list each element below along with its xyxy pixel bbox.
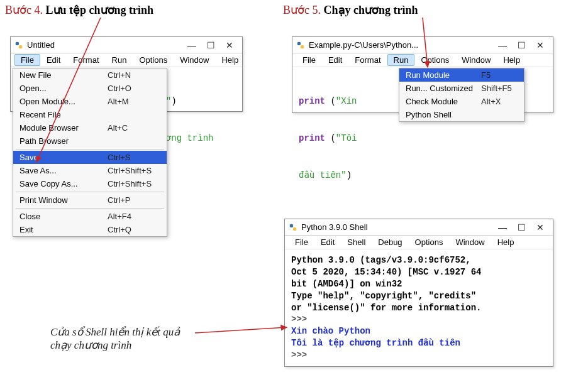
file-menu-print[interactable]: Print WindowCtrl+P (13, 193, 167, 207)
menu-file[interactable]: File (296, 54, 322, 66)
window-shell: Python 3.9.0 Shell — ☐ ✕ File Edit Shell… (284, 219, 553, 367)
menu-shell[interactable]: Shell (341, 236, 372, 248)
menu-window[interactable]: Window (449, 236, 491, 248)
step4-text: Lưu tệp chương trình (46, 4, 154, 16)
caption-step5: Bước 5. Chạy chương trình (283, 3, 418, 17)
menu-edit[interactable]: Edit (40, 54, 67, 66)
maximize-button[interactable]: ☐ (513, 39, 530, 52)
menubar: File Edit Shell Debug Options Window Hel… (285, 236, 553, 249)
file-menu-modulebrowser[interactable]: Module BrowserAlt+C (13, 121, 167, 134)
file-menu-saveas[interactable]: Save As...Ctrl+Shift+S (13, 164, 167, 177)
caption-step4: Bước 4. Lưu tệp chương trình (5, 3, 153, 17)
svg-rect-0 (16, 41, 19, 45)
step5-label: Bước 5. (283, 4, 321, 16)
file-menu-open[interactable]: Open...Ctrl+O (13, 82, 167, 95)
menu-help[interactable]: Help (497, 54, 526, 66)
menubar: File Edit Format Run Options Window Help (11, 53, 242, 67)
run-menu-runmodule[interactable]: Run ModuleF5 (399, 68, 524, 82)
menu-format[interactable]: Format (67, 54, 105, 66)
file-menu-close[interactable]: CloseAlt+F4 (13, 210, 167, 223)
separator (16, 208, 164, 209)
shell-prompt: >>> (291, 349, 547, 361)
file-menu-recent[interactable]: Recent File (13, 108, 167, 121)
run-menu-pythonshell[interactable]: Python Shell (399, 108, 524, 121)
menu-file[interactable]: File (289, 236, 314, 248)
close-button[interactable]: ✕ (531, 39, 549, 52)
titlebar[interactable]: Python 3.9.0 Shell — ☐ ✕ (285, 219, 553, 236)
window-title: Example.py-C\Users\Python... (309, 40, 418, 50)
file-menu-save[interactable]: SaveCtrl+S (13, 151, 167, 164)
menu-options[interactable]: Options (414, 54, 455, 66)
close-button[interactable]: ✕ (531, 221, 549, 234)
python-icon (289, 223, 297, 232)
svg-line-8 (195, 327, 287, 333)
menu-help[interactable]: Help (491, 236, 521, 248)
shell-output-line: Tôi là tệp chương trình đầu tiên (291, 337, 547, 349)
menu-help[interactable]: Help (215, 54, 245, 66)
minimize-button[interactable]: — (494, 39, 511, 52)
shell-note-line1: Cửa sổ Shell hiển thị kết quả (50, 325, 180, 339)
shell-note-line2: chạy chương trình (50, 339, 180, 352)
svg-rect-3 (301, 45, 304, 48)
shell-prompt: >>> (291, 313, 547, 325)
titlebar[interactable]: Untitled — ☐ ✕ (11, 37, 242, 53)
step5-text: Chạy chương trình (324, 4, 418, 16)
run-menu-checkmodule[interactable]: Check ModuleAlt+X (399, 95, 524, 108)
window-title: Python 3.9.0 Shell (301, 222, 368, 232)
separator (16, 149, 164, 150)
menu-window[interactable]: Window (455, 54, 497, 66)
python-icon (296, 41, 305, 50)
svg-rect-1 (19, 45, 22, 48)
file-dropdown: New FileCtrl+N Open...Ctrl+O Open Module… (13, 68, 167, 237)
svg-rect-5 (293, 227, 296, 231)
file-menu-openmodule[interactable]: Open Module...Alt+M (13, 95, 167, 108)
shell-line: Oct 5 2020, 15:34:40) [MSC v.1927 64 (291, 266, 547, 278)
menu-run[interactable]: Run (106, 54, 133, 66)
menu-options[interactable]: Options (409, 236, 450, 248)
shell-output-line: Xin chào Python (291, 325, 547, 337)
menu-window[interactable]: Window (174, 54, 215, 66)
menubar: File Edit Format Run Options Window Help (292, 53, 553, 67)
close-button[interactable]: ✕ (221, 39, 238, 52)
file-menu-newfile[interactable]: New FileCtrl+N (13, 68, 167, 82)
menu-edit[interactable]: Edit (314, 236, 341, 248)
minimize-button[interactable]: — (494, 221, 511, 234)
svg-rect-4 (290, 224, 293, 227)
menu-edit[interactable]: Edit (322, 54, 348, 66)
run-dropdown: Run ModuleF5 Run... CustomizedShift+F5 C… (399, 68, 524, 122)
minimize-button[interactable]: — (183, 39, 201, 52)
shell-note: Cửa sổ Shell hiển thị kết quả chạy chươn… (50, 325, 180, 352)
shell-line: bit (AMD64)] on win32 (291, 278, 547, 290)
titlebar[interactable]: Example.py-C\Users\Python... — ☐ ✕ (292, 37, 553, 53)
file-menu-exit[interactable]: ExitCtrl+Q (13, 223, 167, 236)
separator (16, 192, 164, 192)
shell-line: Python 3.9.0 (tags/v3.9.0:9cf6752, (291, 254, 547, 266)
menu-format[interactable]: Format (348, 54, 387, 66)
menu-file[interactable]: File (14, 54, 40, 66)
shell-output[interactable]: Python 3.9.0 (tags/v3.9.0:9cf6752, Oct 5… (285, 249, 553, 366)
menu-run[interactable]: Run (387, 54, 415, 66)
run-menu-runcustom[interactable]: Run... CustomizedShift+F5 (399, 82, 524, 95)
maximize-button[interactable]: ☐ (513, 221, 530, 234)
file-menu-savecopyas[interactable]: Save Copy As...Ctrl+Shift+S (13, 177, 167, 190)
python-icon (14, 41, 23, 50)
menu-options[interactable]: Options (133, 54, 174, 66)
maximize-button[interactable]: ☐ (202, 39, 219, 52)
menu-debug[interactable]: Debug (372, 236, 408, 248)
step4-label: Bước 4. (5, 4, 43, 16)
svg-rect-2 (297, 41, 301, 45)
shell-line: Type "help", "copyright", "credits" (291, 290, 547, 302)
shell-line: or "license()" for more information. (291, 302, 547, 314)
file-menu-pathbrowser[interactable]: Path Browser (13, 134, 167, 148)
window-title: Untitled (27, 40, 55, 50)
